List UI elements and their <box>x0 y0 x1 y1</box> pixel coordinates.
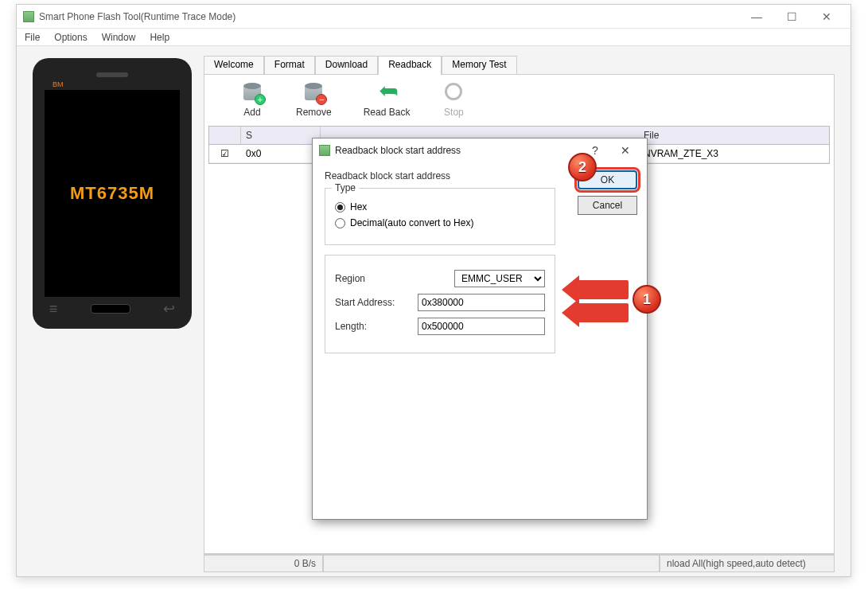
length-input[interactable] <box>418 318 545 335</box>
menu-window[interactable]: Window <box>102 32 136 43</box>
statusbar: 0 B/s nload All(high speed,auto detect) <box>204 554 835 572</box>
region-label: Region <box>335 273 454 284</box>
phone-brand: BM <box>53 80 64 88</box>
database-remove-icon: − <box>302 83 325 103</box>
tab-download[interactable]: Download <box>315 56 378 75</box>
chip-label: MT6735M <box>70 183 154 204</box>
phone-back-icon: ↩ <box>163 300 175 318</box>
callout-2: 2 <box>568 153 597 181</box>
col-check[interactable] <box>209 127 241 144</box>
menu-help[interactable]: Help <box>150 32 169 43</box>
radio-hex-label: Hex <box>350 201 367 213</box>
radio-decimal-dot[interactable] <box>335 218 345 228</box>
arrow-length <box>573 303 629 322</box>
menubar: File Options Window Help <box>17 29 850 46</box>
tab-format[interactable]: Format <box>264 56 315 75</box>
minimize-button[interactable]: — <box>739 6 774 28</box>
status-speed: 0 B/s <box>204 555 323 572</box>
callout-1: 1 <box>633 285 661 314</box>
readback-dialog: Readback block start address ? ✕ OK Canc… <box>312 138 648 520</box>
menu-options[interactable]: Options <box>54 32 87 43</box>
row-checkbox[interactable]: ☑ <box>209 145 241 162</box>
phone-speaker <box>96 72 128 77</box>
col-start[interactable]: S <box>241 127 321 144</box>
stop-button: Stop <box>442 83 465 118</box>
length-label: Length: <box>335 321 418 332</box>
window-title: Smart Phone Flash Tool(Runtime Trace Mod… <box>39 11 739 22</box>
phone-home-button <box>91 304 130 314</box>
stop-label: Stop <box>444 107 464 118</box>
type-group: Type Hex Decimal(auto convert to Hex) <box>325 188 555 245</box>
type-legend: Type <box>332 182 359 193</box>
tab-memorytest[interactable]: Memory Test <box>442 56 516 75</box>
status-mode: nload All(high speed,auto detect) <box>660 555 835 572</box>
phone-screen: MT6735M <box>45 90 180 297</box>
radio-hex[interactable]: Hex <box>335 201 545 213</box>
radio-hex-dot[interactable] <box>335 202 345 213</box>
dialog-body: OK Cancel Readback block start address T… <box>313 162 647 371</box>
radio-decimal-label: Decimal(auto convert to Hex) <box>350 217 473 228</box>
radio-decimal[interactable]: Decimal(auto convert to Hex) <box>335 217 545 228</box>
titlebar: Smart Phone Flash Tool(Runtime Trace Mod… <box>17 5 850 29</box>
maximize-button[interactable]: ☐ <box>774 6 809 28</box>
readback-label: Read Back <box>364 107 411 118</box>
dialog-close-button[interactable]: ✕ <box>610 144 640 157</box>
tabstrip: Welcome Format Download Readback Memory … <box>204 55 835 74</box>
row-start: 0x0 <box>241 145 321 162</box>
region-select[interactable]: EMMC_USER <box>454 270 545 287</box>
start-address-input[interactable] <box>418 294 545 311</box>
remove-label: Remove <box>296 107 332 118</box>
phone-recent-icon: ≡ <box>49 301 58 318</box>
toolbar: + Add − Remove ➦ Read Back Stop <box>204 75 834 126</box>
status-blank1 <box>323 555 660 572</box>
row-file: NVRAM_ZTE_X3 <box>639 145 724 162</box>
readback-button[interactable]: ➦ Read Back <box>364 83 411 118</box>
arrow-start-address <box>573 280 629 299</box>
dialog-icon <box>319 145 330 156</box>
add-label: Add <box>243 107 260 118</box>
remove-button[interactable]: − Remove <box>296 83 332 118</box>
dialog-title: Readback block start address <box>335 145 580 156</box>
stop-icon <box>442 83 465 103</box>
start-address-label: Start Address: <box>335 297 418 308</box>
phone-preview: BM MT6735M ≡ ↩ <box>33 58 192 329</box>
tab-readback[interactable]: Readback <box>378 56 442 75</box>
dialog-titlebar: Readback block start address ? ✕ <box>313 138 647 162</box>
menu-file[interactable]: File <box>25 32 40 43</box>
add-button[interactable]: + Add <box>240 83 264 118</box>
tab-welcome[interactable]: Welcome <box>204 56 264 75</box>
cancel-button[interactable]: Cancel <box>578 196 637 215</box>
col-file[interactable]: File <box>639 127 829 144</box>
back-arrow-icon: ➦ <box>375 83 399 103</box>
app-icon <box>23 11 34 22</box>
close-button[interactable]: ✕ <box>809 6 844 28</box>
address-group: Region EMMC_USER Start Address: Length: <box>325 255 555 353</box>
database-add-icon: + <box>240 83 264 103</box>
